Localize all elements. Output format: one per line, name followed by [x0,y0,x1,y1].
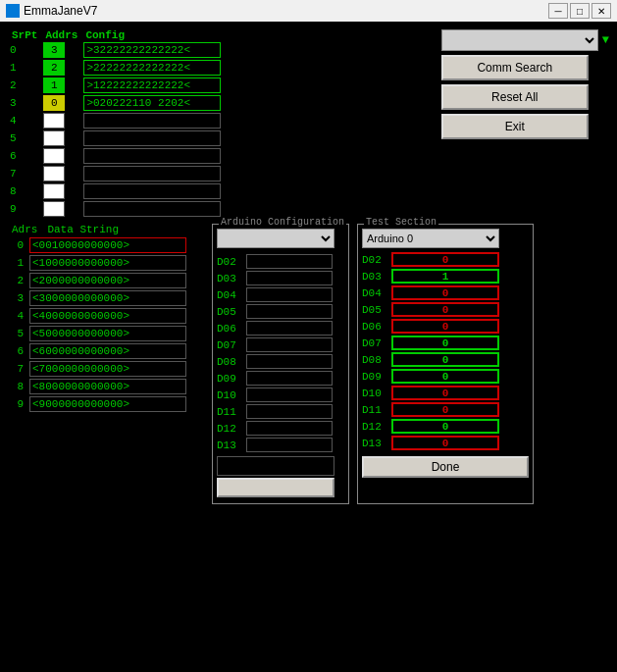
exit-button[interactable]: Exit [441,114,589,139]
arduino-text-input[interactable] [217,456,334,476]
addr-cell[interactable] [41,129,81,147]
config-cell[interactable] [81,77,223,94]
config-cell[interactable] [81,59,223,77]
ds-value-input[interactable] [29,326,186,341]
arduino-pin-label: D05 [217,306,242,318]
config-input[interactable] [83,60,221,76]
arduino-pin-row: D12 [217,421,344,436]
addr-cell[interactable] [41,59,81,77]
top-dropdown[interactable] [441,29,598,51]
comm-search-button[interactable]: Comm Search [441,55,589,80]
addr-cell[interactable] [41,200,81,218]
srpt-cell: 6 [8,147,41,165]
addr-input[interactable] [43,148,65,164]
arduino-pin-label: D09 [217,373,242,385]
arduino-pin-label: D06 [217,323,242,335]
config-cell[interactable] [81,200,223,218]
arduino-dropdown[interactable] [217,229,334,248]
minimize-button[interactable]: ─ [548,3,568,19]
arduino-pin-input[interactable] [246,304,333,319]
srpt-cell: 3 [8,94,41,112]
addr-cell[interactable] [41,77,81,94]
test-dropdown[interactable]: Arduino 0 [362,229,499,248]
arduino-pin-input[interactable] [246,271,333,285]
addr-input[interactable] [43,183,65,199]
addr-input[interactable] [43,78,65,93]
test-pin-row: D040 [362,285,529,300]
ds-value-input[interactable] [29,290,186,306]
close-button[interactable]: ✕ [591,3,611,19]
test-pin-value: 0 [391,352,499,367]
test-pin-value: 0 [391,319,499,334]
addr-input[interactable] [43,60,65,76]
config-input[interactable] [83,130,221,146]
title-bar-controls[interactable]: ─ □ ✕ [548,3,611,19]
ds-row: 7 [8,361,204,377]
config-input[interactable] [83,183,221,199]
addr-input[interactable] [43,42,65,58]
arduino-pin-input[interactable] [246,371,333,386]
config-cell[interactable] [81,165,223,182]
config-input[interactable] [83,148,221,164]
config-input[interactable] [83,113,221,129]
config-cell[interactable] [81,112,223,129]
addr-input[interactable] [43,166,65,181]
config-cell[interactable] [81,94,223,112]
ds-value-input[interactable] [29,396,186,412]
arduino-pin-input[interactable] [246,354,333,369]
test-pin-label: D08 [362,354,387,366]
test-pin-label: D04 [362,287,387,299]
test-section-label: Test Section [364,217,438,228]
addr-input[interactable] [43,130,65,146]
config-cell[interactable] [81,147,223,165]
config-cell[interactable] [81,129,223,147]
config-input[interactable] [83,95,221,111]
arduino-pin-input[interactable] [246,321,333,336]
test-pin-value: 0 [391,369,499,384]
addr-input[interactable] [43,113,65,129]
ds-value-input[interactable] [29,379,186,394]
config-input[interactable] [83,42,221,58]
test-pin-label: D05 [362,304,387,316]
ds-value-input[interactable] [29,273,186,288]
reset-all-button[interactable]: Reset All [441,84,589,110]
arduino-send-button[interactable] [217,478,334,497]
arduino-pin-input[interactable] [246,404,333,419]
ds-value-input[interactable] [29,255,186,271]
config-cell[interactable] [81,41,223,59]
addr-cell[interactable] [41,112,81,129]
config-input[interactable] [83,166,221,181]
dropdown-arrow-icon: ▼ [602,33,609,47]
config-input[interactable] [83,201,221,217]
addr-cell[interactable] [41,165,81,182]
addr-input[interactable] [43,201,65,217]
arduino-pin-input[interactable] [246,337,333,352]
addr-cell[interactable] [41,41,81,59]
ds-value-input[interactable] [29,343,186,359]
config-input[interactable] [83,78,221,93]
maximize-button[interactable]: □ [570,3,590,19]
done-button[interactable]: Done [362,456,529,478]
arduino-pin-input[interactable] [246,287,333,302]
ds-row: 4 [8,308,204,324]
arduino-pin-label: D07 [217,339,242,351]
addr-cell[interactable] [41,94,81,112]
ds-value-input[interactable] [29,237,186,253]
addr-cell[interactable] [41,182,81,200]
ds-addr-label: 1 [8,257,24,269]
arduino-pin-input[interactable] [246,421,333,436]
addr-input[interactable] [43,95,65,111]
ds-addr-label: 6 [8,345,24,357]
arduino-pin-label: D13 [217,439,242,451]
arduino-pin-input[interactable] [246,388,333,402]
arduino-pin-input[interactable] [246,254,333,269]
ds-value-input[interactable] [29,361,186,377]
ds-value-input[interactable] [29,308,186,324]
srpt-cell: 8 [8,182,41,200]
addr-cell[interactable] [41,147,81,165]
srpt-cell: 4 [8,112,41,129]
arduino-pin-input[interactable] [246,438,333,452]
test-pin-label: D13 [362,438,387,449]
config-cell[interactable] [81,182,223,200]
arduino-pin-row: D10 [217,388,344,402]
